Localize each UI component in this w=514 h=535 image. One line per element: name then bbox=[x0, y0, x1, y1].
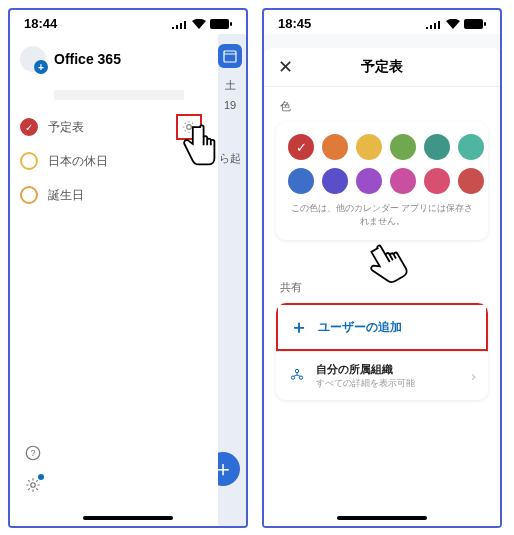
plus-icon: ＋ bbox=[290, 315, 308, 339]
calendar-checkbox-checked[interactable]: ✓ bbox=[20, 118, 38, 136]
add-user-button[interactable]: ＋ ユーザーの追加 bbox=[276, 303, 488, 351]
color-swatch[interactable] bbox=[322, 134, 348, 160]
home-indicator bbox=[83, 516, 173, 520]
add-user-label: ユーザーの追加 bbox=[318, 319, 402, 336]
svg-rect-8 bbox=[484, 22, 486, 26]
color-swatch[interactable] bbox=[424, 168, 450, 194]
share-list: ＋ ユーザーの追加 自分の所属組織 すべての詳細を表示可能 › bbox=[276, 303, 488, 400]
check-icon: ✓ bbox=[296, 140, 307, 155]
svg-rect-0 bbox=[210, 19, 229, 29]
wifi-icon bbox=[192, 19, 206, 29]
hand-cursor bbox=[175, 120, 225, 180]
color-swatch[interactable] bbox=[390, 134, 416, 160]
modal-header: ✕ 予定表 bbox=[264, 48, 500, 87]
modal-title: 予定表 bbox=[361, 58, 403, 76]
svg-rect-1 bbox=[230, 22, 232, 26]
svg-point-9 bbox=[295, 369, 298, 372]
close-button[interactable]: ✕ bbox=[278, 56, 293, 78]
battery-icon bbox=[210, 19, 232, 29]
signal-icon bbox=[172, 19, 188, 29]
calendar-sidebar: + Office 365 ✓ 予定表 日本の休日 誕生日 ? bbox=[10, 34, 218, 526]
status-time: 18:45 bbox=[278, 16, 311, 31]
help-icon[interactable]: ? bbox=[22, 442, 44, 464]
calendar-label: 日本の休日 bbox=[48, 153, 108, 170]
status-indicators bbox=[426, 19, 486, 29]
svg-text:?: ? bbox=[30, 448, 35, 458]
avatar: + bbox=[20, 46, 46, 72]
hand-cursor bbox=[364, 238, 414, 298]
calendar-behind-panel: 土 19 ら起 ＋ bbox=[214, 34, 246, 526]
svg-rect-7 bbox=[464, 19, 483, 29]
wifi-icon bbox=[446, 19, 460, 29]
calendar-label: 予定表 bbox=[48, 119, 84, 136]
organization-row[interactable]: 自分の所属組織 すべての詳細を表示可能 › bbox=[276, 351, 488, 400]
organization-title: 自分の所属組織 bbox=[316, 362, 461, 377]
color-swatch[interactable] bbox=[424, 134, 450, 160]
chevron-right-icon: › bbox=[471, 368, 476, 384]
settings-icon[interactable] bbox=[22, 474, 44, 496]
svg-rect-2 bbox=[224, 51, 236, 62]
color-picker-card: ✓ この色は、他のカレンダー アプリには保存されません。 bbox=[276, 122, 488, 240]
color-swatch[interactable] bbox=[356, 168, 382, 194]
status-time: 18:44 bbox=[24, 16, 57, 31]
color-swatch[interactable] bbox=[458, 134, 484, 160]
phone-right: 18:45 ✕ 予定表 色 ✓ この色は、他のカレンダー アプリには保存されませ… bbox=[262, 8, 502, 528]
status-bar: 18:44 bbox=[10, 10, 246, 37]
color-swatch[interactable] bbox=[458, 168, 484, 194]
status-bar: 18:45 bbox=[264, 10, 500, 37]
color-grid: ✓ bbox=[288, 134, 476, 194]
color-swatch[interactable] bbox=[356, 134, 382, 160]
calendar-checkbox[interactable] bbox=[20, 186, 38, 204]
behind-date: 19 bbox=[214, 99, 246, 111]
behind-day: 土 bbox=[214, 78, 246, 93]
color-swatch[interactable]: ✓ bbox=[288, 134, 314, 160]
calendar-settings-modal: ✕ 予定表 色 ✓ この色は、他のカレンダー アプリには保存されません。 共有 … bbox=[264, 48, 500, 526]
svg-point-6 bbox=[31, 483, 36, 488]
home-indicator bbox=[337, 516, 427, 520]
organization-icon bbox=[288, 367, 306, 386]
colors-section-label: 色 bbox=[280, 99, 488, 114]
add-account-badge[interactable]: + bbox=[34, 60, 48, 74]
calendar-view-icon[interactable] bbox=[218, 44, 242, 68]
account-name: Office 365 bbox=[54, 51, 121, 67]
color-swatch[interactable] bbox=[322, 168, 348, 194]
notification-dot bbox=[38, 474, 44, 480]
account-detail-placeholder bbox=[54, 90, 184, 100]
color-swatch[interactable] bbox=[390, 168, 416, 194]
calendar-item-birthdays[interactable]: 誕生日 bbox=[20, 178, 208, 212]
organization-subtitle: すべての詳細を表示可能 bbox=[316, 377, 461, 390]
calendar-checkbox[interactable] bbox=[20, 152, 38, 170]
status-indicators bbox=[172, 19, 232, 29]
battery-icon bbox=[464, 19, 486, 29]
account-row[interactable]: + Office 365 bbox=[20, 46, 208, 72]
color-swatch[interactable] bbox=[288, 168, 314, 194]
calendar-label: 誕生日 bbox=[48, 187, 84, 204]
phone-left: 18:44 土 19 ら起 ＋ + Office 365 ✓ 予定表 bbox=[8, 8, 248, 528]
color-note: この色は、他のカレンダー アプリには保存されません。 bbox=[288, 202, 476, 228]
signal-icon bbox=[426, 19, 442, 29]
